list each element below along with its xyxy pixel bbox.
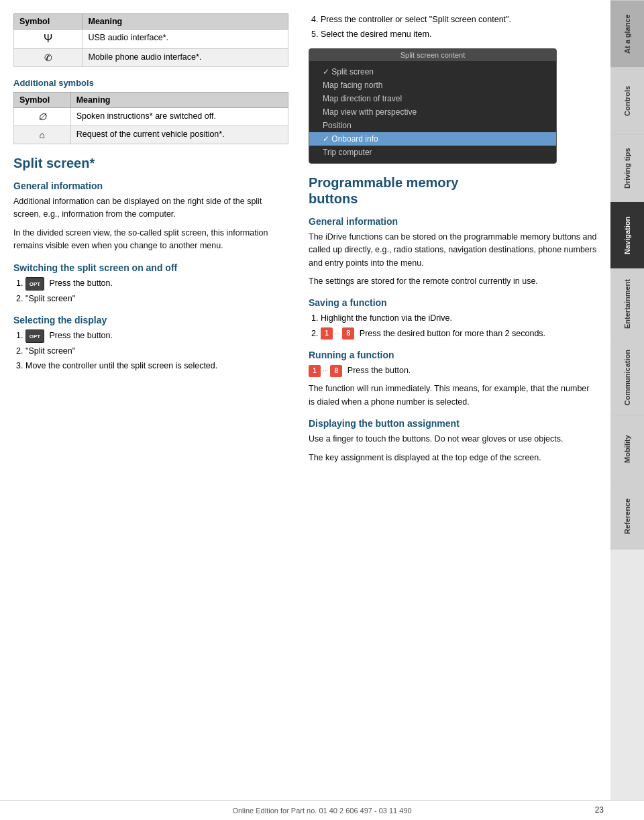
- symbol-header: Symbol: [14, 93, 71, 108]
- symbol-cell: ⌂: [14, 126, 71, 144]
- num-badges: 1 ··· 8: [321, 327, 354, 340]
- table-row: ⌂ Request of the current vehicle positio…: [14, 126, 288, 144]
- switching-steps: OPT Press the button. "Split screen": [25, 277, 288, 305]
- main-content: Symbol Meaning Ψ USB audio interface*. ✆…: [0, 0, 610, 820]
- sidebar-tab-communication[interactable]: Communication: [610, 339, 644, 415]
- run-badge-1: 1: [309, 365, 321, 377]
- badge-8: 8: [342, 327, 354, 340]
- option-icon2: OPT: [25, 331, 49, 340]
- option-button-icon: OPT: [25, 277, 44, 291]
- list-item: 1 ··· 8 Press the desired button for mor…: [321, 327, 597, 340]
- sidebar-tab-at-a-glance[interactable]: At a glance: [610, 0, 644, 67]
- meaning-cell: Spoken instructions* are switched off.: [70, 108, 288, 126]
- run-badge-8: 8: [330, 365, 342, 377]
- run-badges: 1 ··· 8: [309, 365, 342, 377]
- meaning-header: Meaning: [70, 93, 288, 108]
- symbol-cell: Ψ: [14, 30, 83, 49]
- menu-item-direction: Map direction of travel: [309, 92, 556, 105]
- option-button-icon2: OPT: [25, 329, 44, 343]
- menu-item-perspective: Map view with perspective: [309, 105, 556, 119]
- table-row: ∅ Spoken instructions* are switched off.: [14, 108, 288, 126]
- symbols-table: Symbol Meaning Ψ USB audio interface*. ✆…: [13, 13, 288, 67]
- switching-heading: Switching the split screen on and off: [13, 262, 288, 273]
- symbol-header: Symbol: [14, 14, 83, 30]
- displaying-text2: The key assignment is displayed at the t…: [309, 452, 597, 464]
- list-item: Press the controller or select "Split sc…: [321, 13, 597, 26]
- list-item: OPT Press the button.: [25, 329, 288, 343]
- footer-text: Online Edition for Part no. 01 40 2 606 …: [232, 807, 411, 815]
- dots: ···: [335, 329, 340, 340]
- left-column: Symbol Meaning Ψ USB audio interface*. ✆…: [13, 13, 302, 807]
- list-item: Select the desired menu item.: [321, 28, 597, 41]
- right-column: Press the controller or select "Split sc…: [302, 13, 597, 807]
- general-info-text2-right: The settings are stored for the remote c…: [309, 275, 597, 288]
- sidebar-tab-reference[interactable]: Reference: [610, 482, 644, 550]
- general-info-text2: In the divided screen view, the so-calle…: [13, 227, 288, 253]
- page-number: 23: [595, 805, 604, 815]
- sidebar-tab-navigation[interactable]: Navigation: [610, 201, 644, 268]
- meaning-cell: Mobile phone audio interface*.: [83, 49, 288, 67]
- displaying-heading: Displaying the button assignment: [309, 418, 597, 429]
- displaying-text1: Use a finger to touch the buttons. Do no…: [309, 433, 597, 446]
- list-item: "Split screen": [25, 293, 288, 305]
- symbol-cell: ✆: [14, 49, 83, 67]
- meaning-cell: Request of the current vehicle position*…: [70, 126, 288, 144]
- menu-item-position: Position: [309, 119, 556, 132]
- menu-item-onboard: ✓ Onboard info: [309, 132, 556, 146]
- sidebar-tab-entertainment[interactable]: Entertainment: [610, 268, 644, 339]
- list-item: "Split screen": [25, 345, 288, 358]
- list-item: Highlight the function via the iDrive.: [321, 312, 597, 325]
- additional-symbols-table: Symbol Meaning ∅ Spoken instructions* ar…: [13, 92, 288, 144]
- page-container: Symbol Meaning Ψ USB audio interface*. ✆…: [0, 0, 644, 820]
- screenshot-box: Split screen content ✓ Split screen Map …: [309, 48, 557, 164]
- menu-item-splitscreen: ✓ Split screen: [309, 65, 556, 79]
- footer: Online Edition for Part no. 01 40 2 606 …: [0, 800, 644, 820]
- running-heading: Running a function: [309, 350, 597, 360]
- general-info-heading-left: General information: [13, 181, 288, 191]
- meaning-header: Meaning: [83, 14, 288, 30]
- list-item: Move the controller until the split scre…: [25, 360, 288, 372]
- sidebar-tab-controls[interactable]: Controls: [610, 67, 644, 134]
- general-info-heading-right: General information: [309, 216, 597, 227]
- table-row: ✆ Mobile phone audio interface*.: [14, 49, 288, 67]
- screenshot-menu: ✓ Split screen Map facing north Map dire…: [309, 61, 556, 163]
- menu-item-north: Map facing north: [309, 79, 556, 92]
- selecting-steps: OPT Press the button. "Split screen" Mov…: [25, 329, 288, 373]
- meaning-cell: USB audio interface*.: [83, 30, 288, 49]
- sidebar-tab-driving-tips[interactable]: Driving tips: [610, 134, 644, 201]
- sidebar: At a glance Controls Driving tips Naviga…: [610, 0, 644, 820]
- sidebar-tab-mobility[interactable]: Mobility: [610, 415, 644, 482]
- running-para: 1 ··· 8 Press the button.: [309, 364, 597, 377]
- saving-heading: Saving a function: [309, 297, 597, 308]
- prog-memory-heading: Programmable memorybuttons: [309, 174, 597, 207]
- additional-symbols-heading: Additional symbols: [13, 78, 288, 88]
- saving-steps: Highlight the function via the iDrive. 1…: [321, 312, 597, 340]
- running-text2: The function will run immediately. This …: [309, 382, 597, 409]
- steps-4-5: Press the controller or select "Split sc…: [321, 13, 597, 42]
- badge-1: 1: [321, 327, 333, 340]
- split-screen-heading: Split screen*: [13, 155, 288, 171]
- screenshot-title: Split screen content: [309, 49, 556, 61]
- list-item: OPT Press the button.: [25, 277, 288, 291]
- run-dots: ···: [323, 366, 328, 376]
- option-icon: OPT: [25, 278, 49, 288]
- general-info-text1-right: The iDrive functions can be stored on th…: [309, 231, 597, 270]
- symbol-cell: ∅: [14, 108, 71, 126]
- table-row: Ψ USB audio interface*.: [14, 30, 288, 49]
- general-info-text1: Additional information can be displayed …: [13, 195, 288, 221]
- selecting-heading: Selecting the display: [13, 315, 288, 325]
- menu-item-trip: Trip computer: [309, 146, 556, 159]
